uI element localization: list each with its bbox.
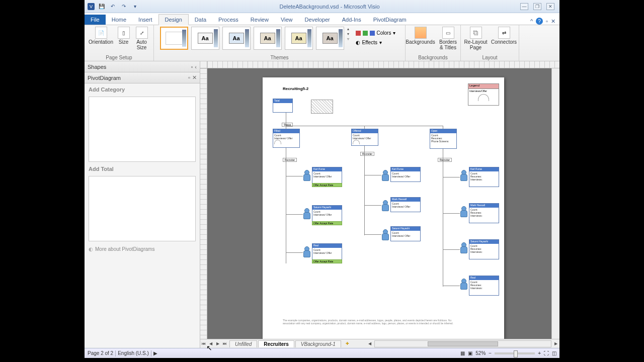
minimize-button[interactable]: — [520,3,528,10]
help-icon[interactable]: ? [536,18,543,25]
pivot-node[interactable]: OpenCount:Resumes:Phone Screens: [430,129,457,149]
zoom-out-icon[interactable]: − [489,350,492,356]
diagram-title: Recruiting5-2 [283,86,308,91]
theme-swatch-6[interactable]: Aa [316,27,344,50]
pivot-node[interactable]: Mark HassallCount:Resumes:Interviews: [469,203,499,223]
pivot-node[interactable]: Total [273,99,293,113]
group-themes: Aa Aa Aa Aa Aa ▴▾▿ Colors ▾ ◐Effects ▾ T… [154,25,406,61]
more-pivot-link[interactable]: ◐More about PivotDiagrams [85,242,200,256]
person-icon [303,170,310,180]
tab-addins[interactable]: Add-Ins [336,15,367,25]
pivot-node[interactable]: Satomi HayashiCount:Resumes:Interviews: [469,239,499,259]
tab-data[interactable]: Data [189,15,212,25]
new-page-icon[interactable]: ✚ [344,340,351,347]
theme-swatch-5[interactable]: Aa [285,27,313,50]
close-button[interactable]: ✕ [546,3,554,10]
person-icon [460,170,467,180]
zoom-slider[interactable] [495,352,535,354]
view-normal-icon[interactable]: ▦ [460,350,465,356]
switch-windows-icon[interactable]: ◫ [552,350,556,356]
page-tab-recruiters[interactable]: Recruiters [258,340,294,347]
fit-window-icon[interactable]: ⛶ [544,350,549,356]
hscroll-right-icon[interactable]: ▶ [552,340,559,347]
minimize-ribbon-icon[interactable]: ^ [530,18,533,24]
backgrounds-button[interactable]: Backgrounds [407,27,434,45]
pivot-node[interactable]: FilledCount:Interviews/ Offer [273,129,300,148]
orientation-button[interactable]: 📄Orientation [89,27,113,45]
add-total-label: Add Total [85,163,200,175]
person-icon [303,208,310,218]
theme-swatch-2[interactable]: Aa [191,27,219,50]
undo-icon[interactable]: ↶ [109,3,117,11]
drawing-canvas[interactable]: Recruiting5-2 Legend Interviews/Offer To… [207,68,551,339]
tab-developer[interactable]: Developer [299,15,336,25]
qat-more-icon[interactable]: ▾ [131,3,139,11]
zoom-in-icon[interactable]: + [538,350,541,356]
pivot-close-icon[interactable]: ✕ [192,74,197,81]
shapes-dock-icon[interactable]: ▫ [191,64,193,70]
pivot-node[interactable]: Satomi HayashiCount:Interviews/ Offer [390,226,421,241]
shapes-collapse-icon[interactable]: ‹ [195,64,197,70]
ribbon-body: 📄Orientation ▯Size ⤢Auto Size Page Setup… [85,25,559,61]
connectors-button[interactable]: ⇄Connectors [492,27,517,45]
window-controls: — ❐ ✕ [520,3,559,10]
size-button[interactable]: ▯Size [116,27,131,45]
pivot-node[interactable]: Kari FurseCount:Resumes:Interviews: [469,167,499,187]
pivot-node[interactable]: RaulCount:Interviews/ Offer [312,243,342,260]
group-layout: ⿻Re-Layout Page ⇄Connectors Layout [461,25,519,61]
view-full-icon[interactable]: ▣ [468,350,472,356]
tab-insert[interactable]: Insert [132,15,158,25]
footer-disclaimer: The example companies, organizations, pr… [283,319,484,325]
horizontal-scrollbar[interactable] [374,340,551,347]
colors-button[interactable]: Colors ▾ [352,29,399,37]
tab-file[interactable]: File [85,15,106,25]
borders-titles-button[interactable]: ▭Borders & Titles [437,27,459,50]
zoom-level[interactable]: 52% [475,350,486,356]
theme-swatch-4[interactable]: Aa [254,27,282,50]
hscroll-left-icon[interactable]: ◀ [366,340,373,347]
person-icon [381,170,388,180]
vertical-scrollbar[interactable] [551,68,559,339]
effects-button[interactable]: ◐Effects ▾ [352,38,399,47]
recruiter-label: Recruiter [283,158,297,162]
tab-last-icon[interactable]: ⏭ [221,340,228,347]
add-category-box[interactable] [89,97,196,162]
window-close2-icon[interactable]: ✕ [551,18,555,25]
autosize-button[interactable]: ⤢Auto Size [134,27,149,50]
ribbon-options-icon[interactable]: ▫ [546,18,548,24]
pivot-node[interactable]: Kari FurseCount:Interviews/ Offer [390,167,421,182]
tab-pivotdiagram[interactable]: PivotDiagram [367,15,413,25]
pivot-node[interactable]: OfferedCount:Interviews/ Offer [351,129,378,146]
pivot-node[interactable]: Kari FurseCount:Interviews/ Offer [312,167,342,184]
add-total-box[interactable] [89,176,196,241]
tab-prev-icon[interactable]: ◀ [207,340,214,347]
pivot-node[interactable]: Mark HassallCount:Interviews/ Offer [390,197,421,212]
tab-process[interactable]: Process [212,15,245,25]
pivot-pin-icon[interactable]: ▫ [188,74,190,81]
horizontal-ruler [207,61,559,68]
tab-review[interactable]: Review [245,15,275,25]
page-tab-vbackground[interactable]: VBackground-1 [295,340,341,347]
visio-icon: V [88,3,95,10]
tab-next-icon[interactable]: ▶ [214,340,221,347]
theme-swatch-3[interactable]: Aa [222,27,251,50]
pivot-node[interactable]: Satomi HayashiCount:Interviews/ Offer [312,205,342,222]
tab-home[interactable]: Home [106,15,132,25]
save-icon[interactable]: 💾 [98,3,106,11]
redo-icon[interactable]: ↷ [120,3,128,11]
theme-gallery-more[interactable]: ▴▾▿ [347,27,349,41]
relayout-button[interactable]: ⿻Re-Layout Page [463,27,489,50]
tab-view[interactable]: View [275,15,299,25]
vertical-ruler [200,68,207,339]
tab-design[interactable]: Design [158,14,189,25]
tab-first-icon[interactable]: ⏮ [200,340,207,347]
restore-button[interactable]: ❐ [533,3,541,10]
ribbon-tabs: File Home Insert Design Data Process Rev… [85,13,559,25]
pivot-node[interactable]: RaulCount:Resumes:Interviews: [469,276,499,296]
pivot-node[interactable] [311,100,333,114]
page-tab-unfilled[interactable]: Unfilled [229,340,257,347]
macro-icon[interactable]: ▶ [153,350,157,356]
theme-swatch-1[interactable] [160,27,188,50]
page-surface[interactable]: Recruiting5-2 Legend Interviews/Offer To… [263,77,504,339]
window-title: DeleteABackground.vsd - Microsoft Visio [139,4,520,10]
